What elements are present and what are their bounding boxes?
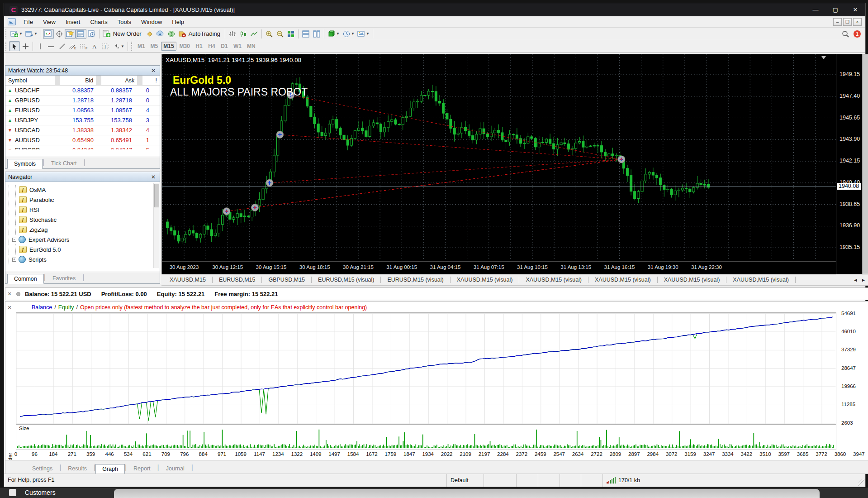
table-row-gbpusd[interactable]: ▲GBPUSD1.287181.287180: [5, 96, 160, 105]
strategy-tester-icon[interactable]: [86, 29, 97, 39]
crosshair-icon[interactable]: [20, 41, 31, 51]
terminal-icon[interactable]: [76, 29, 86, 39]
tab-symbols[interactable]: Symbols: [7, 159, 43, 169]
tester-tab-report[interactable]: Report: [127, 464, 157, 474]
chart-tab-0[interactable]: XAUUSD,M15: [163, 275, 212, 284]
navigator-item-expert-advisors[interactable]: -Expert Advisors: [5, 235, 160, 244]
market-watch-close-icon[interactable]: ✕: [150, 67, 157, 74]
resize-grip[interactable]: [858, 479, 864, 486]
trade-marker[interactable]: [251, 204, 258, 211]
tester-tab-results[interactable]: Results: [61, 464, 94, 474]
chart-candles-icon[interactable]: [238, 29, 249, 39]
notifications-badge[interactable]: 1: [854, 30, 861, 38]
vline-icon[interactable]: [35, 41, 46, 51]
publish-icon[interactable]: [155, 29, 166, 39]
trade-marker[interactable]: [618, 156, 625, 163]
timeframe-h1[interactable]: H1: [193, 42, 205, 51]
close-button[interactable]: ✕: [845, 3, 865, 16]
chart-tab-4[interactable]: EURUSD,M15 (visual): [381, 275, 450, 284]
search-icon[interactable]: [840, 29, 851, 39]
trade-marker[interactable]: [266, 179, 273, 187]
timeframe-mn[interactable]: MN: [245, 42, 258, 51]
menu-view[interactable]: View: [38, 17, 61, 27]
zoom-in-icon[interactable]: [264, 29, 275, 39]
mdi-minimize-button[interactable]: –: [833, 18, 842, 26]
trendline-icon[interactable]: [57, 41, 67, 51]
channel-icon[interactable]: E: [67, 41, 78, 51]
maximize-button[interactable]: ▢: [825, 3, 845, 16]
chart-tab-7[interactable]: XAUUSD,M15 (visual): [588, 275, 657, 284]
timeframe-m5[interactable]: M5: [148, 42, 161, 51]
navigator-item-osma[interactable]: ƒOsMA: [5, 185, 160, 195]
timeframe-m15[interactable]: M15: [161, 42, 176, 51]
chart-tab-6[interactable]: XAUUSD,M15 (visual): [519, 275, 588, 284]
metaeditor-icon[interactable]: [144, 29, 155, 39]
navigator-item-parabolic[interactable]: ƒParabolic: [5, 195, 160, 205]
menu-charts[interactable]: Charts: [85, 17, 112, 27]
table-row-usdjpy[interactable]: ▲USDJPY153.755153.7583: [5, 115, 160, 125]
hline-icon[interactable]: [46, 41, 57, 51]
minimize-button[interactable]: —: [806, 3, 825, 16]
table-row-eurusd[interactable]: ▲EURUSD1.085631.085674: [5, 105, 160, 115]
navigator-close-icon[interactable]: ✕: [150, 174, 157, 180]
label-icon[interactable]: T: [100, 41, 111, 51]
data-window-icon[interactable]: [54, 29, 65, 39]
scroll-right-icon[interactable]: ►: [861, 278, 866, 283]
table-row-usdchf[interactable]: ▲USDCHF0.883570.883570: [5, 86, 160, 96]
navigator-item-zigzag[interactable]: ƒZigZag: [5, 225, 160, 235]
timeframe-m1[interactable]: M1: [135, 42, 147, 51]
tab-common[interactable]: Common: [7, 274, 44, 284]
indicators-icon[interactable]: [326, 29, 337, 39]
tester-close-icon[interactable]: ✕: [5, 305, 14, 311]
navigator-item-eurgold-5-0[interactable]: ƒEurGold 5.0: [5, 244, 160, 254]
profiles-icon[interactable]: [24, 29, 35, 39]
timeframe-h4[interactable]: H4: [206, 42, 218, 51]
shapes-icon[interactable]: [111, 41, 122, 51]
templates-icon[interactable]: [356, 29, 367, 39]
chart-tab-5[interactable]: XAUUSD,M15 (visual): [451, 275, 519, 284]
column-header-spread[interactable]: !: [142, 77, 160, 84]
chart-line-icon[interactable]: [249, 29, 260, 39]
status-profile-cell[interactable]: Default: [446, 474, 484, 487]
periods-icon[interactable]: [341, 29, 352, 39]
chart-bars-icon[interactable]: [227, 29, 238, 39]
chart-scrollbar[interactable]: [862, 54, 868, 274]
timeframe-d1[interactable]: D1: [218, 42, 230, 51]
navigator-item-scripts[interactable]: +Scripts: [5, 254, 160, 264]
cursor-icon[interactable]: [9, 41, 20, 51]
tree-expander-icon[interactable]: -: [12, 238, 16, 242]
text-icon[interactable]: A: [89, 41, 100, 51]
trade-marker[interactable]: [223, 208, 230, 215]
new-chart-icon[interactable]: [9, 29, 20, 39]
menu-help[interactable]: Help: [167, 17, 189, 27]
table-row-eurgbp[interactable]: ▼EURGBP0.843430.843475: [5, 145, 160, 149]
menu-window[interactable]: Window: [136, 17, 167, 27]
autotrading-label[interactable]: AutoTrading: [189, 30, 220, 37]
tester-tab-settings[interactable]: Settings: [25, 464, 59, 474]
status-connection-cell[interactable]: 170/1 kb: [602, 474, 679, 487]
balance-graph[interactable]: [16, 312, 836, 425]
menu-tools[interactable]: Tools: [113, 17, 136, 27]
column-header-bid[interactable]: Bid: [60, 77, 96, 84]
mdi-close-button[interactable]: ×: [853, 18, 862, 26]
arrange-horizontal-icon[interactable]: [311, 29, 322, 39]
timeframe-w1[interactable]: W1: [231, 42, 244, 51]
market-watch-icon[interactable]: [43, 29, 54, 39]
trade-marker[interactable]: [276, 131, 284, 138]
tile-windows-icon[interactable]: [285, 29, 296, 39]
new-order-icon[interactable]: [101, 29, 112, 39]
scroll-left-icon[interactable]: ◄: [853, 278, 858, 283]
arrange-vertical-icon[interactable]: [300, 29, 311, 39]
column-header-symbol[interactable]: Symbol: [5, 77, 55, 84]
column-header-ask[interactable]: Ask: [101, 77, 137, 84]
tab-tick-chart[interactable]: Tick Chart: [44, 158, 84, 168]
navigator-item-stochastic[interactable]: ƒStochastic: [5, 215, 160, 225]
timeframe-m30[interactable]: M30: [177, 42, 192, 51]
chart-tab-9[interactable]: XAUUSD,M15 (visual): [726, 275, 795, 284]
tester-tab-journal[interactable]: Journal: [159, 464, 191, 474]
market-icon[interactable]: [166, 29, 177, 39]
new-order-label[interactable]: New Order: [113, 30, 142, 37]
chart-tab-8[interactable]: XAUUSD,M15 (visual): [658, 275, 726, 284]
trade-size-histogram[interactable]: [16, 425, 836, 450]
chart-shift-marker[interactable]: [821, 56, 826, 59]
